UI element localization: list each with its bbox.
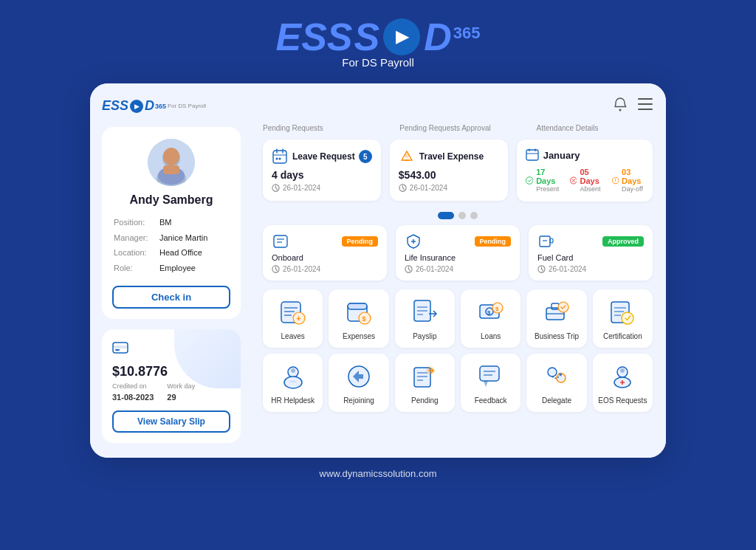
pending-label: Pending <box>411 396 439 405</box>
travel-expense-label: Travel Expense <box>399 148 484 165</box>
role-label: Role: <box>114 261 158 275</box>
hr-helpdesk-icon <box>278 361 309 392</box>
notification-icon[interactable] <box>613 97 628 115</box>
pending-requests-title: Pending Requests <box>263 124 391 132</box>
action-rejoining[interactable]: Rejoining <box>329 354 388 412</box>
top-logo-section: ESS S ▶ D 365 For DS Payroll <box>275 15 480 69</box>
location-label: Location: <box>114 246 158 260</box>
fuel-card-card: Approved Fuel Card 26-01-2024 <box>529 225 653 281</box>
svg-point-3 <box>163 148 179 165</box>
svg-rect-13 <box>273 151 286 163</box>
fuel-card-badge: Approved <box>602 236 644 247</box>
position-value: BM <box>159 216 229 230</box>
top-bar <box>263 97 653 115</box>
position-label: Position: <box>114 216 158 230</box>
rejoining-icon <box>343 361 374 392</box>
section-titles: Pending Requests Pending Requests Approv… <box>263 124 653 137</box>
view-salary-slip-button[interactable]: View Salary Slip <box>112 410 230 433</box>
employee-name: Andy Samberg <box>130 193 213 207</box>
loans-icon: $ $ <box>475 297 506 328</box>
action-business-trip[interactable]: Business Trip <box>526 289 586 348</box>
business-trip-icon <box>541 297 572 328</box>
svg-rect-8 <box>115 349 120 351</box>
hr-helpdesk-label: HR Helpdesk <box>271 396 315 405</box>
header-tagline: For DS Payroll <box>342 56 414 69</box>
feedback-icon <box>475 361 506 392</box>
svg-point-67 <box>558 302 568 312</box>
quick-actions-row2: HR Helpdesk Rejoining <box>263 354 653 412</box>
action-feedback[interactable]: Feedback <box>461 354 520 412</box>
svg-rect-41 <box>540 236 550 247</box>
avatar <box>148 139 195 186</box>
attendance-section: January 17 Days Present <box>517 140 653 202</box>
workday: Work day 29 <box>167 382 195 403</box>
attendance-title: Attendance Details <box>537 124 653 132</box>
svg-rect-83 <box>480 366 499 381</box>
svg-point-87 <box>548 368 557 377</box>
leave-request-card: Leave Request 5 4 days 26-01-2024 <box>263 140 381 201</box>
menu-icon[interactable] <box>638 98 653 114</box>
certification-icon <box>607 297 638 328</box>
svg-point-20 <box>405 154 409 158</box>
expenses-icon: $ <box>343 297 374 328</box>
svg-text:+: + <box>296 314 300 323</box>
dot-2[interactable] <box>458 212 466 219</box>
pending-approval-title: Pending Requests Approval <box>399 124 527 132</box>
profile-details: Position: BM Manager: Janice Martin Loca… <box>112 214 230 277</box>
payslip-icon <box>409 297 440 328</box>
salary-card: $10.8776 Credited on 31-08-2023 Work day… <box>102 329 241 443</box>
leave-request-label: Leave Request <box>272 148 355 165</box>
logo-arrow-circle: ▶ <box>383 18 420 55</box>
expenses-label: Expenses <box>343 332 375 340</box>
attendance-card: January 17 Days Present <box>517 140 653 202</box>
sidebar-logo-tagline: For DS Payroll <box>168 103 206 109</box>
footer: www.dynamicssolution.com <box>320 468 437 479</box>
onboard-label: Onboard <box>272 253 378 262</box>
dayoff-stat: 03 Days Day-off <box>612 168 644 193</box>
pending-icon <box>409 361 440 392</box>
svg-marker-86 <box>484 381 488 387</box>
role-value: Employee <box>159 261 229 275</box>
leave-request-section: Leave Request 5 4 days 26-01-2024 <box>263 140 381 202</box>
svg-point-33 <box>615 181 616 182</box>
action-delegate[interactable]: Delegate <box>526 354 586 412</box>
sidebar-logo: ESS ▶ D 365 For DS Payroll <box>102 98 206 114</box>
svg-rect-23 <box>526 150 538 160</box>
svg-rect-10 <box>638 98 653 100</box>
onboard-date: 26-01-2024 <box>272 265 378 273</box>
life-insurance-card: Pending Life Insurance 26-01-2024 <box>396 225 520 281</box>
fuel-card-label: Fuel Card <box>537 253 644 262</box>
credited-date: Credited on 31-08-2023 <box>112 382 154 403</box>
logo-d: D <box>424 15 452 59</box>
payslip-label: Payslip <box>413 332 436 340</box>
action-leaves[interactable]: + Leaves <box>263 289 323 348</box>
business-trip-label: Business Trip <box>535 332 579 340</box>
svg-point-75 <box>291 368 295 373</box>
leave-request-badge: 5 <box>359 150 372 163</box>
action-expenses[interactable]: $ Expenses <box>329 289 388 348</box>
delegate-label: Delegate <box>542 396 571 405</box>
action-pending[interactable]: Pending <box>395 354 455 412</box>
certification-label: Certification <box>603 332 642 340</box>
logo-ess: ESS <box>275 15 352 59</box>
onboard-badge: Pending <box>342 236 379 247</box>
checkin-button[interactable]: Check in <box>112 286 230 309</box>
svg-point-9 <box>619 109 622 111</box>
action-certification[interactable]: Certification <box>593 289 653 348</box>
travel-expense-section: Travel Expense $543.00 26-01-2024 <box>390 140 508 202</box>
cards-row-2: Pending Onboard 26-01-2024 Pending <box>263 225 653 281</box>
leave-request-value: 4 days <box>272 169 372 181</box>
dot-1[interactable] <box>438 212 454 219</box>
feedback-label: Feedback <box>475 396 507 405</box>
action-hr-helpdesk[interactable]: HR Helpdesk <box>263 354 323 412</box>
svg-rect-52 <box>348 303 367 309</box>
dot-3[interactable] <box>470 212 478 219</box>
attendance-stats: 17 Days Present 05 Days Absent <box>526 168 644 193</box>
action-loans[interactable]: $ $ Loans <box>461 289 520 348</box>
sidebar-logo-d: D <box>145 98 154 114</box>
life-insurance-date: 26-01-2024 <box>405 265 511 273</box>
svg-rect-5 <box>163 165 179 174</box>
action-eos-requests[interactable]: EOS Requests <box>593 354 653 412</box>
action-payslip[interactable]: Payslip <box>395 289 455 348</box>
rejoining-label: Rejoining <box>343 396 374 405</box>
